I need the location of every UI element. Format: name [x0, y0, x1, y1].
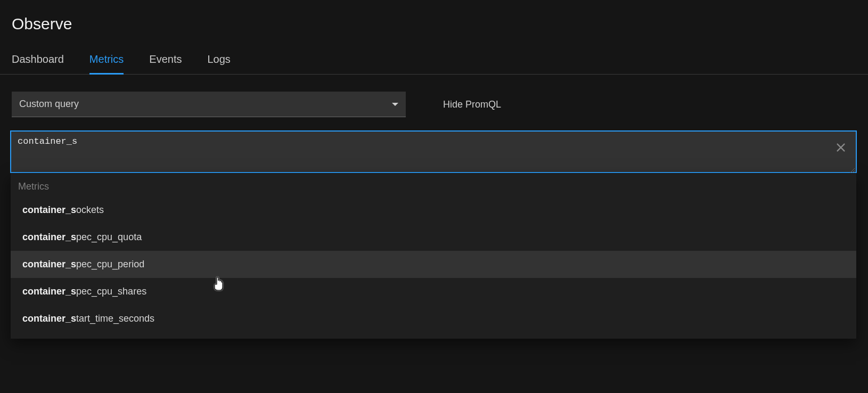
tabs: DashboardMetricsEventsLogs [0, 33, 868, 75]
autocomplete-item[interactable]: container_spec_cpu_period [11, 251, 856, 278]
autocomplete-item[interactable]: container_start_time_seconds [11, 305, 856, 332]
toggle-promql-button[interactable]: Hide PromQL [443, 99, 501, 110]
svg-line-4 [854, 173, 855, 173]
query-template-select-label: Custom query [19, 99, 79, 110]
tab-metrics[interactable]: Metrics [89, 53, 124, 75]
autocomplete-item[interactable]: container_spec_cpu_quota [11, 224, 856, 251]
autocomplete-items: container_socketscontainer_spec_cpu_quot… [11, 196, 856, 332]
autocomplete-item[interactable]: container_sockets [11, 196, 856, 224]
chevron-down-icon [392, 103, 398, 106]
promql-query-input[interactable] [11, 131, 856, 173]
tab-events[interactable]: Events [149, 53, 182, 74]
tab-dashboard[interactable]: Dashboard [12, 53, 64, 74]
page-title: Observe [0, 0, 868, 33]
autocomplete-header: Metrics [11, 174, 856, 196]
toolbar: Custom query Hide PromQL [0, 75, 868, 117]
query-template-select[interactable]: Custom query [12, 92, 406, 117]
autocomplete-dropdown: Metrics container_socketscontainer_spec_… [11, 174, 856, 339]
autocomplete-item[interactable]: container_spec_cpu_shares [11, 278, 856, 305]
query-container: Metrics container_socketscontainer_spec_… [11, 131, 856, 175]
tab-logs[interactable]: Logs [207, 53, 230, 74]
clear-query-icon[interactable] [835, 142, 847, 153]
